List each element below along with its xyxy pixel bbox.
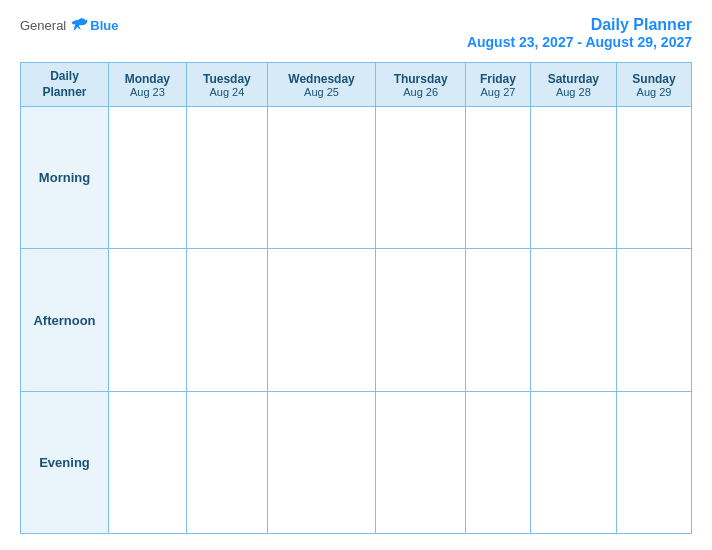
evening-monday[interactable]: [109, 391, 187, 533]
thursday-name: Thursday: [380, 72, 461, 86]
evening-sunday[interactable]: [617, 391, 692, 533]
friday-name: Friday: [470, 72, 525, 86]
col-tuesday: Tuesday Aug 24: [186, 63, 267, 107]
calendar-table: Daily Planner Monday Aug 23 Tuesday Aug …: [20, 62, 692, 534]
thursday-date: Aug 26: [380, 86, 461, 98]
afternoon-monday[interactable]: [109, 249, 187, 391]
evening-friday[interactable]: [466, 391, 530, 533]
evening-tuesday[interactable]: [186, 391, 267, 533]
afternoon-sunday[interactable]: [617, 249, 692, 391]
col-wednesday: Wednesday Aug 25: [268, 63, 376, 107]
afternoon-row: Afternoon: [21, 249, 692, 391]
evening-label: Evening: [21, 391, 109, 533]
afternoon-friday[interactable]: [466, 249, 530, 391]
tuesday-date: Aug 24: [191, 86, 263, 98]
col-thursday: Thursday Aug 26: [376, 63, 466, 107]
morning-friday[interactable]: [466, 107, 530, 249]
morning-tuesday[interactable]: [186, 107, 267, 249]
daily-planner-line1: Daily: [50, 69, 79, 83]
title-main: Daily Planner: [467, 16, 692, 34]
morning-thursday[interactable]: [376, 107, 466, 249]
morning-sunday[interactable]: [617, 107, 692, 249]
saturday-date: Aug 28: [535, 86, 612, 98]
col-friday: Friday Aug 27: [466, 63, 530, 107]
evening-row: Evening: [21, 391, 692, 533]
col-saturday: Saturday Aug 28: [530, 63, 616, 107]
sunday-date: Aug 29: [621, 86, 687, 98]
header: General Blue Daily Planner August 23, 20…: [20, 16, 692, 50]
afternoon-label: Afternoon: [21, 249, 109, 391]
logo-blue-text: Blue: [90, 18, 118, 33]
daily-planner-line2: Planner: [42, 85, 86, 99]
morning-wednesday[interactable]: [268, 107, 376, 249]
logo-area: General Blue: [20, 16, 118, 34]
daily-planner-header: Daily Planner: [21, 63, 109, 107]
monday-date: Aug 23: [113, 86, 182, 98]
tuesday-name: Tuesday: [191, 72, 263, 86]
page: General Blue Daily Planner August 23, 20…: [0, 0, 712, 550]
morning-monday[interactable]: [109, 107, 187, 249]
logo-general-text: General: [20, 18, 66, 33]
wednesday-name: Wednesday: [272, 72, 371, 86]
title-date: August 23, 2027 - August 29, 2027: [467, 34, 692, 50]
col-sunday: Sunday Aug 29: [617, 63, 692, 107]
evening-saturday[interactable]: [530, 391, 616, 533]
sunday-name: Sunday: [621, 72, 687, 86]
monday-name: Monday: [113, 72, 182, 86]
header-row: Daily Planner Monday Aug 23 Tuesday Aug …: [21, 63, 692, 107]
afternoon-thursday[interactable]: [376, 249, 466, 391]
morning-row: Morning: [21, 107, 692, 249]
logo-bird-icon: [70, 16, 88, 34]
morning-saturday[interactable]: [530, 107, 616, 249]
friday-date: Aug 27: [470, 86, 525, 98]
logo-text: General Blue: [20, 16, 118, 34]
evening-wednesday[interactable]: [268, 391, 376, 533]
wednesday-date: Aug 25: [272, 86, 371, 98]
afternoon-tuesday[interactable]: [186, 249, 267, 391]
afternoon-wednesday[interactable]: [268, 249, 376, 391]
saturday-name: Saturday: [535, 72, 612, 86]
title-area: Daily Planner August 23, 2027 - August 2…: [467, 16, 692, 50]
afternoon-saturday[interactable]: [530, 249, 616, 391]
evening-thursday[interactable]: [376, 391, 466, 533]
morning-label: Morning: [21, 107, 109, 249]
col-monday: Monday Aug 23: [109, 63, 187, 107]
